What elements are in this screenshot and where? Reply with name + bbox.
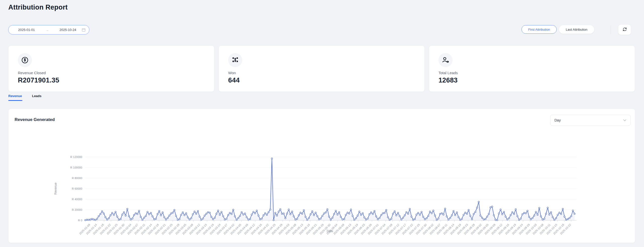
svg-text:R 0: R 0 bbox=[78, 219, 82, 222]
attribution-report-page: Attribution Report 2025-01-01 → 2025-10-… bbox=[0, 0, 644, 247]
stat-value: 644 bbox=[228, 76, 415, 84]
revenue-generated-card: Revenue Generated Day R 0R 20000R 40000R… bbox=[8, 109, 635, 243]
report-tabs: Revenue Leads bbox=[8, 94, 42, 101]
stat-value: 12683 bbox=[438, 76, 625, 84]
stat-card-total-leads: Total Leads 12683 bbox=[429, 46, 635, 92]
svg-text:R 100000: R 100000 bbox=[70, 166, 82, 169]
svg-text:R 60000: R 60000 bbox=[72, 187, 82, 190]
tab-revenue[interactable]: Revenue bbox=[8, 94, 22, 101]
svg-text:Date: Date bbox=[327, 229, 333, 233]
interval-select-value: Day bbox=[554, 118, 561, 122]
tab-leads[interactable]: Leads bbox=[32, 94, 42, 101]
svg-text:R 40000: R 40000 bbox=[72, 198, 82, 201]
stat-label: Total Leads bbox=[438, 71, 625, 75]
toolbar-divider bbox=[611, 25, 611, 34]
chevron-down-icon bbox=[623, 118, 626, 122]
date-range-start-input[interactable]: 2025-01-01 bbox=[18, 28, 35, 32]
date-range-end-input[interactable]: 2025-10-24 bbox=[60, 28, 76, 32]
user-follow-icon bbox=[438, 53, 453, 67]
calendar-icon bbox=[82, 28, 86, 32]
arrow-right-icon: → bbox=[35, 28, 60, 32]
stat-card-won: Won 644 bbox=[219, 46, 425, 92]
interval-select[interactable]: Day bbox=[550, 115, 631, 126]
revenue-line-chart[interactable]: R 0R 20000R 40000R 60000R 80000R 100000R… bbox=[53, 149, 608, 239]
svg-text:R 120000: R 120000 bbox=[70, 155, 82, 158]
dollar-circle-icon bbox=[18, 53, 32, 67]
svg-text:R 20000: R 20000 bbox=[72, 208, 82, 211]
stat-value: R2071901.35 bbox=[18, 76, 205, 84]
page-title: Attribution Report bbox=[8, 4, 68, 11]
refresh-icon bbox=[622, 27, 627, 32]
svg-text:Revenue: Revenue bbox=[54, 183, 57, 195]
date-range-picker[interactable]: 2025-01-01 → 2025-10-24 bbox=[8, 25, 89, 34]
first-attribution-button[interactable]: First Attribution bbox=[521, 25, 557, 34]
last-attribution-button[interactable]: Last Attribution bbox=[559, 25, 594, 34]
refresh-button[interactable] bbox=[618, 25, 631, 35]
stat-label: Won bbox=[228, 71, 415, 75]
chart-title: Revenue Generated bbox=[15, 117, 55, 122]
svg-text:R 80000: R 80000 bbox=[72, 177, 82, 180]
stat-label: Revenue Closed bbox=[18, 71, 205, 75]
stat-card-revenue-closed: Revenue Closed R2071901.35 bbox=[8, 46, 214, 92]
person-arrows-icon bbox=[228, 53, 242, 67]
